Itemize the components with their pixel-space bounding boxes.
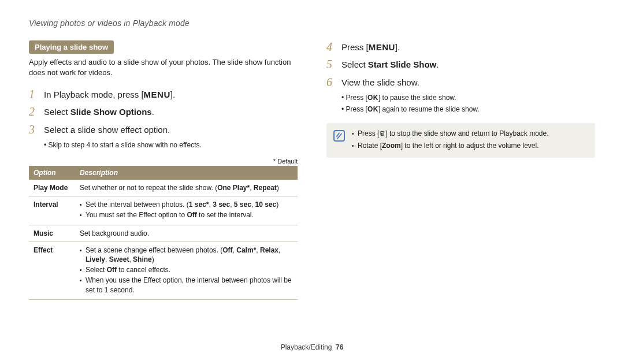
trash-icon bbox=[379, 130, 385, 140]
section-intro: Apply effects and audio to a slide show … bbox=[29, 57, 298, 77]
txt: , bbox=[251, 200, 255, 209]
txt: ) bbox=[152, 255, 154, 263]
step-text: Select Start Slide Show. bbox=[341, 58, 439, 70]
txt: , bbox=[256, 246, 260, 254]
txt-bold: Start Slide Show bbox=[368, 60, 436, 69]
step-2: 2 Select Slide Show Options. bbox=[29, 105, 298, 118]
footer-page-number: 76 bbox=[336, 343, 343, 351]
step1-pre: In Playback mode, press [ bbox=[44, 90, 144, 99]
txt: ] to stop the slide show and return to P… bbox=[385, 129, 548, 138]
txt: ] again to resume the slide show. bbox=[378, 105, 480, 113]
txt: ]. bbox=[395, 42, 400, 52]
txt-bold: Relax bbox=[260, 246, 278, 254]
txt: You must set the Effect option to bbox=[86, 211, 187, 219]
txt: Press [ bbox=[358, 129, 379, 138]
txt: , bbox=[250, 184, 254, 192]
step-text: Press [MENU]. bbox=[341, 40, 400, 53]
txt-bold: 1 sec* bbox=[189, 200, 209, 209]
txt: Rotate [ bbox=[358, 142, 382, 150]
txt: , bbox=[105, 255, 109, 263]
txt-bold: One Play* bbox=[217, 184, 250, 192]
step-number: 2 bbox=[29, 105, 44, 118]
txt-bold: Zoom bbox=[382, 142, 401, 150]
txt: ] to pause the slide show. bbox=[378, 94, 456, 102]
bullet: Select Off to cancel effects. bbox=[80, 265, 293, 274]
bullet: When you use the Effect option, the inte… bbox=[80, 276, 293, 294]
txt: Set the interval between photos. ( bbox=[86, 200, 189, 209]
txt-bold: 3 sec bbox=[213, 200, 230, 209]
options-table: Option Description Play Mode Set whether… bbox=[29, 166, 298, 300]
step-number: 6 bbox=[326, 76, 341, 88]
step-3: 3 Select a slide show effect option. bbox=[29, 123, 298, 136]
step-number: 4 bbox=[326, 40, 341, 53]
note-line-1: Press [] to stop the slide show and retu… bbox=[352, 129, 549, 140]
step-text: Select a slide show effect option. bbox=[44, 123, 170, 136]
option-description: Set background audio. bbox=[75, 225, 298, 242]
table-row: Interval Set the interval between photos… bbox=[29, 196, 298, 225]
step-number: 5 bbox=[326, 58, 341, 70]
txt-bold: 10 sec bbox=[255, 200, 277, 209]
option-description: Set the interval between photos. (1 sec*… bbox=[75, 196, 298, 225]
txt: Set whether or not to repeat the slide s… bbox=[80, 184, 217, 192]
default-note: * Default bbox=[29, 158, 298, 165]
step1-post: ]. bbox=[170, 90, 175, 99]
bullet: Set the interval between photos. (1 sec*… bbox=[80, 200, 293, 209]
note-line-2: Rotate [Zoom] to the left or right to ad… bbox=[352, 141, 549, 151]
menu-label: MENU bbox=[144, 90, 170, 99]
step2-post: . bbox=[152, 107, 154, 117]
table-row: Play Mode Set whether or not to repeat t… bbox=[29, 180, 298, 196]
info-note-box: Press [] to stop the slide show and retu… bbox=[326, 123, 595, 158]
option-label: Play Mode bbox=[29, 180, 75, 196]
section-badge-playing-slide-show: Playing a slide show bbox=[29, 40, 114, 54]
txt: to cancel effects. bbox=[117, 266, 170, 274]
txt: Press [ bbox=[346, 105, 367, 113]
table-row: Effect Set a scene change effect between… bbox=[29, 242, 298, 299]
txt-bold: Off bbox=[107, 266, 117, 274]
txt: ) bbox=[276, 200, 278, 209]
ok-label: OK bbox=[367, 94, 378, 102]
txt: . bbox=[436, 60, 439, 69]
txt: Press [ bbox=[341, 42, 369, 52]
txt: to set the interval. bbox=[197, 211, 254, 219]
content-columns: Playing a slide show Apply effects and a… bbox=[29, 40, 595, 300]
txt: , bbox=[230, 200, 234, 209]
menu-label: MENU bbox=[369, 42, 395, 52]
txt-bold: Calm* bbox=[236, 246, 256, 254]
step-3-substep: Skip to step 4 to start a slide show wit… bbox=[44, 140, 298, 150]
right-column: 4 Press [MENU]. 5 Select Start Slide Sho… bbox=[326, 40, 595, 300]
txt: Press [ bbox=[346, 94, 367, 102]
txt: , bbox=[278, 246, 280, 254]
step-6: 6 View the slide show. bbox=[326, 76, 595, 88]
step-5: 5 Select Start Slide Show. bbox=[326, 58, 595, 70]
step-text: Select Slide Show Options. bbox=[44, 105, 154, 118]
option-description: Set whether or not to repeat the slide s… bbox=[75, 180, 298, 196]
option-label: Interval bbox=[29, 196, 75, 225]
table-header-description: Description bbox=[75, 166, 298, 180]
step-text: In Playback mode, press [MENU]. bbox=[44, 88, 175, 101]
footer-section: Playback/Editing bbox=[281, 343, 332, 351]
page-header-title: Viewing photos or videos in Playback mod… bbox=[29, 18, 595, 28]
ok-label: OK bbox=[367, 105, 378, 113]
step-6-sub-1: Press [OK] to pause the slide show. bbox=[341, 93, 595, 102]
txt-bold: Repeat bbox=[254, 184, 277, 192]
step2-pre: Select bbox=[44, 107, 70, 117]
note-icon bbox=[333, 130, 345, 142]
txt-bold: Shine bbox=[133, 255, 152, 263]
step-6-sub-2: Press [OK] again to resume the slide sho… bbox=[341, 105, 595, 114]
txt: Select bbox=[86, 266, 107, 274]
option-label: Music bbox=[29, 225, 75, 242]
txt: ) bbox=[277, 184, 279, 192]
step-4: 4 Press [MENU]. bbox=[326, 40, 595, 53]
note-lines: Press [] to stop the slide show and retu… bbox=[352, 129, 549, 152]
step-number: 1 bbox=[29, 88, 44, 101]
option-label: Effect bbox=[29, 242, 75, 299]
option-description: Set a scene change effect between photos… bbox=[75, 242, 298, 299]
step2-bold: Slide Show Options bbox=[70, 107, 152, 117]
bullet: You must set the Effect option to Off to… bbox=[80, 210, 293, 220]
txt: Set a scene change effect between photos… bbox=[86, 246, 222, 254]
txt-bold: Lively bbox=[86, 255, 105, 263]
step-text: View the slide show. bbox=[341, 76, 419, 88]
bullet: Set a scene change effect between photos… bbox=[80, 246, 293, 264]
txt: ] to the left or right to adjust the vol… bbox=[401, 142, 539, 150]
step-number: 3 bbox=[29, 123, 44, 136]
